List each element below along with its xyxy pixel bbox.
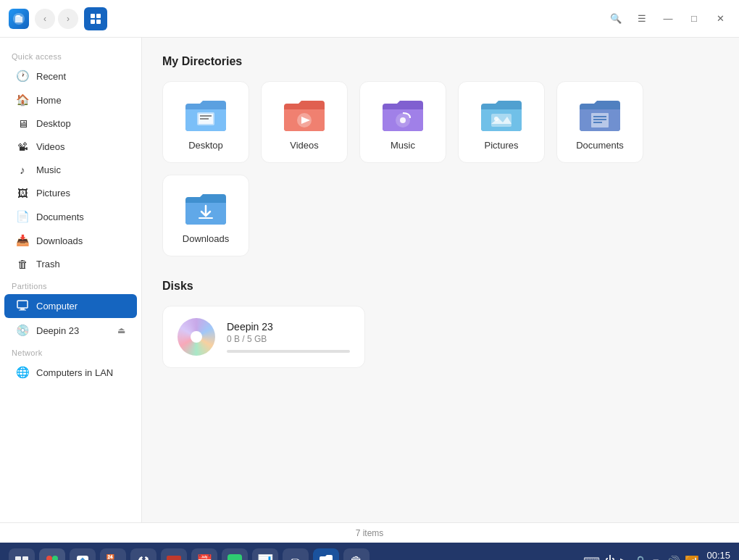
sidebar-item-label: Recent [36,71,125,82]
disk-size: 0 B / 5 GB [227,334,350,344]
documents-icon: 📄 [16,210,29,223]
view-button[interactable] [84,7,107,30]
desktop-folder-icon [184,96,227,133]
sidebar-item-label: Downloads [36,235,125,246]
svg-rect-22 [199,217,213,219]
svg-point-28 [52,556,58,560]
svg-point-27 [46,556,52,560]
sidebar-item-label: Desktop [36,118,125,129]
videos-folder-icon [283,96,326,133]
disk-info: Deepin 23 0 B / 5 GB [227,321,350,353]
taskbar-right: ⌨ ⏻ ▶ 🔒 ✏ 🔊 📶 00:15 9/23/24 [583,550,730,560]
keyboard-icon[interactable]: ⌨ [583,555,600,561]
lock-icon[interactable]: 🔒 [633,555,648,561]
svg-rect-10 [200,115,212,117]
close-button[interactable]: ✕ [710,9,730,29]
minimize-button[interactable]: — [658,9,678,29]
taskbar-edit[interactable]: ✏ [283,548,309,560]
dir-label-downloads: Downloads [183,233,229,244]
clock-time: 00:15 [703,550,730,560]
taskbar-terminal[interactable]: $_ [161,548,187,560]
svg-rect-19 [593,116,606,117]
sidebar-item-home[interactable]: 🏠 Home [4,88,137,112]
disk-visual [178,318,215,356]
content-area: My Directories Desktop [142,38,739,522]
taskbar: 🏪 ⚒ $_ 📅 ♪ 📊 ✏ 🗑 ⌨ ⏻ ▶ 🔒 ✏ 🔊 📶 00:15 9/2… [0,543,739,560]
sidebar-item-downloads[interactable]: 📥 Downloads [4,229,137,252]
dir-label-documents: Documents [576,140,624,151]
svg-rect-21 [593,122,602,123]
sidebar-item-videos[interactable]: 📽 Videos [4,135,137,158]
sidebar-item-trash[interactable]: 🗑 Trash [4,253,137,275]
taskbar-spreadsheet[interactable]: 📊 [252,548,278,560]
sidebar-item-deepin[interactable]: 💿 Deepin 23 ⏏ [4,319,137,342]
eject-icon[interactable]: ⏏ [117,325,125,335]
forward-button[interactable]: › [58,9,78,29]
svg-rect-3 [91,20,95,24]
sidebar-item-label: Home [36,95,125,106]
taskbar-store[interactable] [70,548,96,560]
back-button[interactable]: ‹ [35,9,55,29]
taskbar-trash[interactable]: 🗑 [343,548,370,560]
taskbar-filemanager[interactable] [313,548,339,560]
deepin-icon: 💿 [16,324,29,337]
taskbar-files[interactable] [9,548,35,560]
taskbar-music[interactable]: ♪ [222,548,248,560]
sidebar-item-lan[interactable]: 🌐 Computers in LAN [4,361,137,384]
window-controls: 🔍 ☰ — □ ✕ [606,9,730,29]
sidebar-item-label: Computer [36,301,125,312]
dir-card-pictures[interactable]: Pictures [458,81,545,163]
music-icon: ♪ [16,164,29,176]
pictures-icon: 🖼 [16,187,29,199]
sidebar-item-label: Deepin 23 [36,325,110,336]
main-layout: Quick access 🕐 Recent 🏠 Home 🖥 Desktop 📽… [0,38,739,522]
sidebar-item-pictures[interactable]: 🖼 Pictures [4,182,137,204]
dir-card-downloads[interactable]: Downloads [162,175,249,256]
quick-access-label: Quick access [0,46,141,64]
svg-rect-2 [96,14,101,18]
sidebar-item-recent[interactable]: 🕐 Recent [4,64,137,88]
title-bar: ‹ › 🔍 ☰ — □ ✕ [0,0,739,38]
svg-rect-5 [17,301,28,308]
svg-rect-4 [96,20,101,24]
sidebar-item-label: Computers in LAN [36,367,125,378]
sidebar-item-label: Videos [36,141,125,152]
documents-folder-icon [578,96,622,133]
dir-card-videos[interactable]: Videos [261,81,348,163]
videos-icon: 📽 [16,141,29,153]
sidebar-item-computer[interactable]: Computer [4,294,137,318]
taskbar-tools[interactable]: ⚒ [130,548,156,560]
menu-button[interactable]: ☰ [632,9,652,29]
sidebar-item-documents[interactable]: 📄 Documents [4,205,137,228]
search-button[interactable]: 🔍 [606,9,626,29]
sidebar-item-label: Documents [36,212,125,222]
play-icon[interactable]: ▶ [620,555,629,561]
pen-icon[interactable]: ✏ [652,555,661,561]
volume-icon[interactable]: 🔊 [666,555,680,561]
disk-card[interactable]: Deepin 23 0 B / 5 GB [162,306,365,368]
maximize-button[interactable]: □ [684,9,704,29]
network-icon[interactable]: 📶 [685,555,699,561]
dir-card-music[interactable]: Music [359,81,446,163]
dir-card-documents[interactable]: Documents [556,81,643,163]
taskbar-calendar[interactable]: 📅 [191,548,217,560]
sidebar-item-music[interactable]: ♪ Music [4,159,137,181]
recent-icon: 🕐 [16,70,29,83]
disk-name: Deepin 23 [227,321,350,333]
downloads-folder-icon [184,190,227,226]
dir-card-desktop[interactable]: Desktop [162,81,249,163]
directories-title: My Directories [162,55,719,68]
lan-icon: 🌐 [16,366,29,379]
svg-rect-11 [200,118,209,120]
svg-rect-24 [22,556,28,560]
taskbar-appstore[interactable]: 🏪 [100,548,126,560]
sidebar-item-label: Music [36,164,125,175]
disk-bar [227,350,350,353]
sidebar-item-label: Pictures [36,188,125,198]
svg-rect-1 [91,14,95,18]
svg-text:♪: ♪ [230,556,235,560]
power-icon[interactable]: ⏻ [604,555,616,560]
computer-icon [16,299,29,313]
taskbar-launcher[interactable] [39,548,65,560]
sidebar-item-desktop[interactable]: 🖥 Desktop [4,112,137,135]
